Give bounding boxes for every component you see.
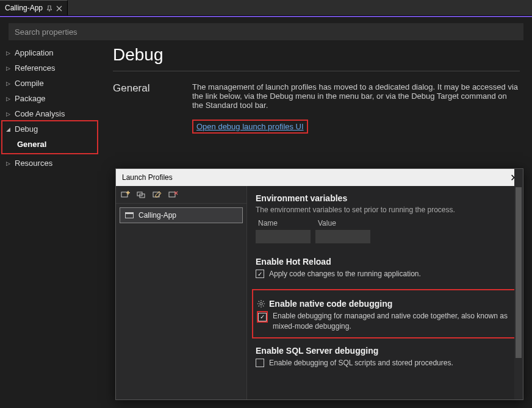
profile-toolbar [116,186,246,204]
chevron-right-icon: ▷ [6,81,12,87]
tab-title: Calling-App [5,4,43,12]
sidebar-item-application[interactable]: ▷ Application [4,45,97,60]
rename-profile-icon[interactable] [153,190,162,199]
sql-heading: Enable SQL Server debugging [256,346,514,356]
dialog-body: Calling-App Environment variables The en… [116,186,523,399]
sidebar-item-compile[interactable]: ▷ Compile [4,76,97,91]
gear-icon [257,299,265,308]
highlight-link: Open debug launch profiles UI [192,120,308,134]
section-label-general: General [113,82,192,134]
native-heading-text: Enable native code debugging [269,299,392,309]
native-checkbox[interactable]: ✓ [258,313,267,321]
dialog-sidebar: Calling-App [116,186,247,399]
native-heading: Enable native code debugging [257,299,511,309]
sidebar-item-label: Resources [15,159,52,168]
env-name-input[interactable] [256,230,311,243]
highlight-debug-nav: ◢ Debug General [1,120,98,154]
sidebar-item-label: General [17,140,46,149]
search-input[interactable]: Search properties [9,23,523,40]
sidebar-item-references[interactable]: ▷ References [4,60,97,76]
sidebar-item-label: Package [15,94,46,103]
launch-profiles-dialog: Launch Profiles ✕ Calling-App [115,168,523,400]
profile-item-calling-app[interactable]: Calling-App [120,207,243,223]
sidebar-item-debug-general[interactable]: General [4,137,96,152]
highlight-native-checkbox: ✓ [257,311,268,323]
close-icon[interactable] [56,5,62,11]
new-profile-icon[interactable] [121,190,131,199]
hotreload-checkbox[interactable]: ✓ [256,270,264,278]
search-placeholder: Search properties [15,27,77,37]
dialog-titlebar[interactable]: Launch Profiles ✕ [116,169,523,186]
scrollbar[interactable] [514,186,523,399]
env-value-input[interactable] [315,230,370,243]
sidebar-item-label: Debug [15,124,38,134]
delete-profile-icon[interactable] [168,190,178,199]
sidebar-item-label: Code Analysis [15,109,65,118]
env-vars-heading: Environment variables [256,193,514,203]
sql-label: Enable debugging of SQL scripts and stor… [269,358,453,368]
accent-bar [0,16,532,17]
sidebar-item-label: Compile [15,79,44,88]
page-title: Debug [113,45,520,65]
svg-rect-4 [169,192,175,197]
dialog-content: Environment variables The environment va… [247,186,523,399]
sidebar-item-code-analysis[interactable]: ▷ Code Analysis [4,106,97,121]
sql-checkbox[interactable] [256,359,264,367]
svg-point-5 [260,302,262,305]
sidebar-item-label: References [15,63,55,73]
hotreload-heading: Enable Hot Reload [256,257,514,267]
scrollbar-thumb[interactable] [516,187,522,358]
env-name-label: Name [256,219,311,227]
duplicate-profile-icon[interactable] [137,190,146,199]
chevron-right-icon: ▷ [6,96,12,102]
chevron-right-icon: ▷ [6,65,12,71]
sidebar: ▷ Application ▷ References ▷ Compile ▷ P… [0,43,101,408]
profile-item-label: Calling-App [138,211,176,220]
chevron-right-icon: ▷ [6,111,12,117]
tab-bar: Calling-App [0,0,532,16]
divider [113,71,520,71]
chevron-down-icon: ◢ [6,126,12,132]
hotreload-label: Apply code changes to the running applic… [269,269,421,279]
dialog-title-text: Launch Profiles [122,173,173,182]
chevron-right-icon: ▷ [6,50,12,56]
highlight-native: Enable native code debugging ✓ Enable de… [252,289,518,339]
env-vars-desc: The environment variables to set prior t… [256,206,514,214]
sidebar-item-resources[interactable]: ▷ Resources [4,156,97,171]
sidebar-item-package[interactable]: ▷ Package [4,91,97,106]
sidebar-item-debug[interactable]: ◢ Debug [4,121,96,137]
native-label: Enable debugging for managed and native … [273,311,511,332]
open-launch-profiles-link[interactable]: Open debug launch profiles UI [195,121,305,132]
chevron-right-icon: ▷ [6,160,12,166]
pin-icon[interactable] [46,5,52,11]
sidebar-item-label: Application [15,48,54,57]
tab-calling-app[interactable]: Calling-App [0,0,68,15]
general-description: The management of launch profiles has mo… [192,82,520,110]
window-icon [125,212,134,218]
env-value-label: Value [315,219,370,227]
